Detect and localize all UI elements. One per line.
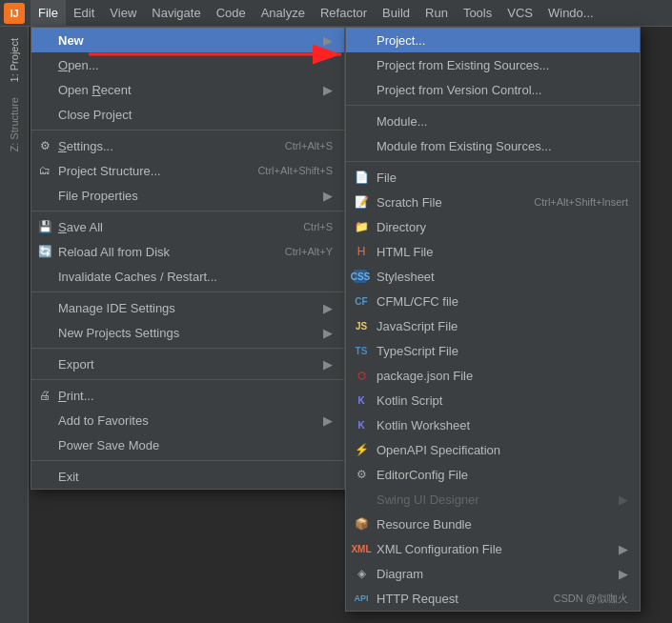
- submenu-file[interactable]: 📄 File: [346, 165, 640, 190]
- menu-item-project-structure[interactable]: 🗂 Project Structure... Ctrl+Alt+Shift+S: [31, 158, 344, 183]
- separator-4: [31, 348, 344, 349]
- menu-item-new[interactable]: New ▶: [31, 28, 344, 52]
- sub-separator-1: [346, 105, 640, 106]
- submenu-diagram[interactable]: ◈ Diagram ▶: [346, 561, 640, 586]
- directory-icon: 📁: [354, 219, 369, 234]
- menu-item-manage-ide[interactable]: Manage IDE Settings ▶: [31, 295, 344, 320]
- menu-build[interactable]: Build: [375, 0, 417, 27]
- submenu-ts-file[interactable]: TS TypeScript File: [346, 338, 640, 363]
- submenu-xml-config[interactable]: XML XML Configuration File ▶: [346, 536, 640, 561]
- submenu-module-existing[interactable]: Module from Existing Sources...: [346, 133, 640, 158]
- submenu-kotlin-worksheet[interactable]: K Kotlin Worksheet: [346, 412, 640, 437]
- resource-icon: 📦: [354, 516, 369, 532]
- menu-navigate[interactable]: Navigate: [144, 0, 208, 27]
- submenu-kotlin-script[interactable]: K Kotlin Script: [346, 388, 640, 412]
- js-icon: JS: [354, 318, 369, 333]
- menu-item-exit[interactable]: Exit: [31, 464, 344, 489]
- menu-view[interactable]: View: [102, 0, 144, 27]
- menu-refactor[interactable]: Refactor: [313, 0, 375, 27]
- file-menu-dropdown: New ▶ Open... Open Recent ▶ Close Projec…: [31, 27, 345, 490]
- submenu-editorconfig[interactable]: ⚙ EditorConfig File: [346, 462, 640, 487]
- menu-run[interactable]: Run: [417, 0, 456, 27]
- manage-ide-arrow: ▶: [323, 301, 333, 315]
- html-icon: H: [354, 244, 369, 259]
- submenu-swing-ui: Swing UI Designer ▶: [346, 487, 640, 512]
- sidebar-tab-project[interactable]: 1: Project: [5, 30, 24, 90]
- cfml-icon: CF: [354, 293, 369, 309]
- xml-icon: XML: [354, 541, 369, 556]
- new-submenu-dropdown: Project... Project from Existing Sources…: [345, 27, 641, 612]
- submenu-project[interactable]: Project...: [346, 28, 640, 52]
- project-structure-icon: 🗂: [37, 163, 52, 178]
- kotlin-worksheet-icon: K: [354, 417, 369, 432]
- menu-tools[interactable]: Tools: [456, 0, 499, 27]
- watermark-text: CSDN @似咖火: [554, 592, 628, 606]
- menu-file[interactable]: File: [31, 0, 66, 27]
- save-icon: 💾: [37, 219, 52, 234]
- menu-item-new-projects-settings[interactable]: New Projects Settings ▶: [31, 320, 344, 345]
- app-logo: IJ: [4, 3, 25, 24]
- npm-icon: ⬡: [354, 368, 369, 383]
- menu-item-close-project[interactable]: Close Project: [31, 102, 344, 127]
- swing-arrow: ▶: [619, 492, 628, 507]
- open-recent-arrow: ▶: [323, 83, 333, 97]
- new-projects-arrow: ▶: [323, 326, 333, 340]
- menu-item-invalidate-caches[interactable]: Invalidate Caches / Restart...: [31, 264, 344, 289]
- menu-item-open-recent[interactable]: Open Recent ▶: [31, 77, 344, 102]
- ts-icon: TS: [354, 343, 369, 358]
- file-properties-arrow: ▶: [323, 189, 333, 203]
- menu-item-save-all[interactable]: 💾 Save All Ctrl+S: [31, 214, 344, 239]
- sidebar-left: 1: Project Z: Structure: [0, 27, 29, 623]
- favorites-arrow: ▶: [323, 413, 333, 428]
- sub-separator-2: [346, 161, 640, 162]
- submenu-project-vcs[interactable]: Project from Version Control...: [346, 77, 640, 102]
- submenu-module[interactable]: Module...: [346, 109, 640, 133]
- menu-item-file-properties[interactable]: File Properties ▶: [31, 183, 344, 208]
- submenu-openapi[interactable]: ⚡ OpenAPI Specification: [346, 437, 640, 462]
- sidebar-tab-structure[interactable]: Z: Structure: [5, 90, 24, 159]
- css-icon: CSS: [354, 270, 367, 283]
- menu-item-open[interactable]: Open...: [31, 52, 344, 77]
- separator-3: [31, 291, 344, 292]
- menu-edit[interactable]: Edit: [66, 0, 102, 27]
- submenu-http-request[interactable]: API HTTP Request CSDN @似咖火: [346, 586, 640, 611]
- submenu-package-json[interactable]: ⬡ package.json File: [346, 363, 640, 388]
- scratch-icon: 📝: [354, 194, 369, 210]
- editorconfig-icon: ⚙: [354, 467, 369, 482]
- menu-analyze[interactable]: Analyze: [254, 0, 313, 27]
- submenu-resource-bundle[interactable]: 📦 Resource Bundle: [346, 512, 640, 536]
- menu-item-settings[interactable]: ⚙ Settings... Ctrl+Alt+S: [31, 133, 344, 158]
- settings-icon: ⚙: [37, 138, 52, 153]
- print-icon: 🖨: [37, 388, 52, 403]
- separator-2: [31, 211, 344, 211]
- file-icon: 📄: [354, 170, 369, 185]
- menu-code[interactable]: Code: [209, 0, 254, 27]
- new-submenu-arrow: ▶: [323, 33, 333, 48]
- submenu-cfml[interactable]: CF CFML/CFC file: [346, 289, 640, 313]
- reload-icon: 🔄: [37, 244, 52, 259]
- menu-item-print[interactable]: 🖨 Print...: [31, 383, 344, 408]
- xml-arrow: ▶: [619, 542, 628, 556]
- submenu-js-file[interactable]: JS JavaScript File: [346, 313, 640, 338]
- menu-item-power-save[interactable]: Power Save Mode: [31, 432, 344, 457]
- diagram-arrow: ▶: [619, 567, 628, 581]
- submenu-html-file[interactable]: H HTML File: [346, 239, 640, 264]
- separator-5: [31, 379, 344, 380]
- submenu-directory[interactable]: 📁 Directory: [346, 214, 640, 239]
- submenu-stylesheet[interactable]: CSS Stylesheet: [346, 264, 640, 289]
- menu-item-reload[interactable]: 🔄 Reload All from Disk Ctrl+Alt+Y: [31, 239, 344, 264]
- diagram-icon: ◈: [354, 566, 369, 581]
- separator-1: [31, 130, 344, 131]
- menu-vcs[interactable]: VCS: [499, 0, 540, 27]
- submenu-project-existing[interactable]: Project from Existing Sources...: [346, 52, 640, 77]
- separator-6: [31, 460, 344, 461]
- api-icon: API: [354, 591, 369, 606]
- menu-window[interactable]: Windo...: [540, 0, 601, 27]
- menu-item-export[interactable]: Export ▶: [31, 352, 344, 376]
- menu-item-add-favorites[interactable]: Add to Favorites ▶: [31, 408, 344, 432]
- openapi-icon: ⚡: [354, 442, 369, 457]
- menubar: IJ File Edit View Navigate Code Analyze …: [0, 0, 672, 27]
- kotlin-script-icon: K: [354, 392, 369, 408]
- submenu-scratch-file[interactable]: 📝 Scratch File Ctrl+Alt+Shift+Insert: [346, 190, 640, 214]
- export-arrow: ▶: [323, 357, 333, 372]
